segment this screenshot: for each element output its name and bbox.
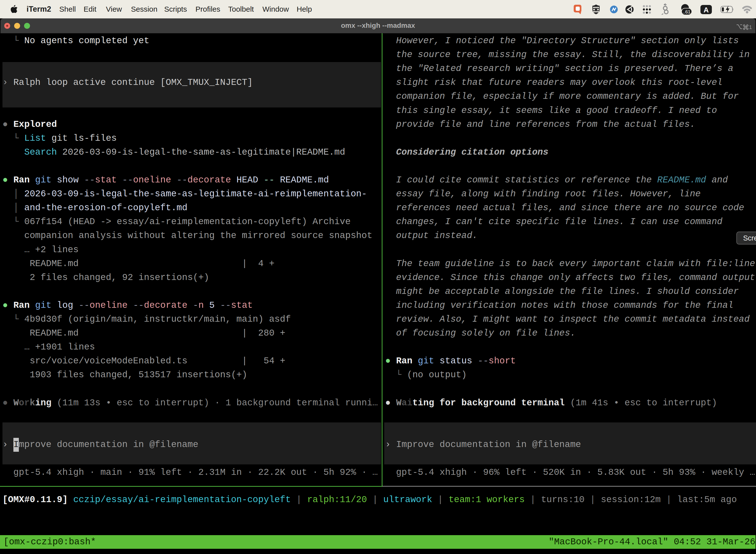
svg-text:..61: ..61	[683, 9, 691, 14]
svg-text:A: A	[704, 6, 709, 14]
svg-text:1: 1	[749, 24, 752, 30]
